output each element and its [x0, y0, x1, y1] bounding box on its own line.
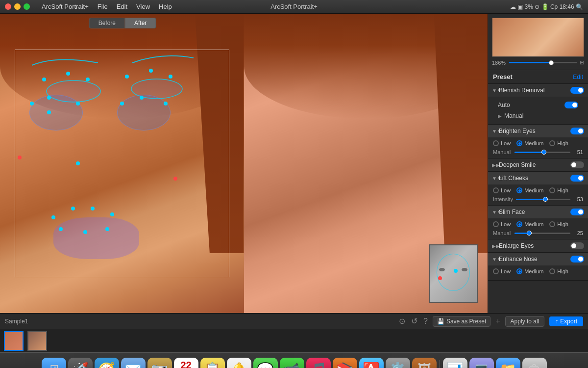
zoom-slider[interactable] — [509, 62, 577, 63]
after-tab[interactable]: After — [125, 18, 156, 28]
filmstrip-item-0[interactable] — [4, 331, 24, 351]
dock-photos3[interactable]: 📷 — [147, 358, 172, 368]
menu-view[interactable]: View — [132, 2, 154, 11]
effect-content-enhance-nose: Low Medium High — [488, 265, 588, 280]
blemish-manual-item[interactable]: ▶ Manual — [493, 110, 583, 121]
dock-safari[interactable]: 🧭 — [95, 358, 119, 368]
toggle-brighten[interactable] — [570, 128, 584, 134]
lift-slider[interactable] — [516, 199, 570, 200]
brighten-slider[interactable] — [514, 152, 570, 153]
filmstrip-item-1[interactable] — [27, 331, 47, 351]
dock: 🖥 🚀 🧭 ✉️ 📷 22OKT 📋 🔔 💬 📹 🎵 📚 🅰️ ⚙️ 🖼 — [0, 352, 588, 368]
toggle-blemish[interactable] — [570, 87, 584, 94]
refresh-icon[interactable]: ↺ — [411, 316, 417, 326]
effect-header-deepen[interactable]: ▶ Deepen Smile — [488, 158, 588, 171]
chevron-enlarge: ▶ — [492, 243, 497, 248]
blemish-auto-toggle[interactable] — [564, 102, 578, 108]
effect-name-blemish: Blemish Removal — [499, 87, 570, 94]
radio-lift-high[interactable]: High — [549, 187, 568, 193]
effect-header-lift[interactable]: ▼ Lift Cheeks — [488, 172, 588, 184]
dock-appstore[interactable]: 🅰️ — [359, 358, 384, 368]
arrow-right-icon: ▶ — [498, 113, 502, 119]
dock-facetime[interactable]: 📹 — [280, 358, 304, 368]
help-icon[interactable]: ? — [423, 317, 428, 326]
share-icon[interactable]: ⊙ — [399, 316, 405, 326]
radio-dot-lift-high — [549, 187, 555, 193]
radio-slim-high[interactable]: High — [549, 221, 568, 227]
slim-slider[interactable] — [514, 233, 570, 234]
dock-music[interactable]: 🎵 — [306, 358, 331, 368]
blemish-manual-label: Manual — [504, 112, 523, 119]
effect-group-deepen: ▶ Deepen Smile — [488, 158, 588, 172]
window-title: ArcSoft Portrait+ — [270, 3, 318, 10]
close-button[interactable] — [5, 3, 11, 10]
radio-lift-medium[interactable]: Medium — [516, 187, 543, 193]
radio-brighten-low[interactable]: Low — [493, 140, 511, 146]
dock-reminders[interactable]: 🔔 — [227, 358, 251, 368]
radio-nose-high[interactable]: High — [549, 268, 568, 274]
menu-file[interactable]: File — [94, 2, 112, 11]
effect-group-brighten: ▼ Brighten Eyes Low Medium Hig — [488, 125, 588, 158]
radio-brighten-medium[interactable]: Medium — [516, 140, 543, 146]
effect-name-enhance-nose: Enhance Nose — [499, 256, 570, 263]
enhance-nose-radio-group: Low Medium High — [493, 268, 583, 274]
right-panel: 186% ⊞ Preset Edit ▼ Blemish Removal — [488, 14, 588, 313]
dock-finder[interactable]: 🖥 — [42, 358, 66, 368]
minimize-button[interactable] — [14, 3, 21, 10]
radio-label-high: High — [557, 140, 568, 146]
radio-dot-high — [549, 140, 555, 146]
radio-nose-medium[interactable]: Medium — [516, 268, 543, 274]
toggle-slim[interactable] — [570, 209, 584, 215]
blemish-auto-item[interactable]: Auto — [493, 100, 583, 110]
dock-books[interactable]: 📚 — [333, 358, 357, 368]
dock-mail[interactable]: ✉️ — [121, 358, 146, 368]
save-preset-button[interactable]: 💾 Save as Preset — [433, 316, 490, 327]
before-tab[interactable]: Before — [89, 18, 125, 28]
radio-lift-low[interactable]: Low — [493, 187, 511, 193]
radio-dot-slim-low — [493, 221, 499, 227]
effect-header-slim[interactable]: ▼ Slim Face — [488, 206, 588, 218]
dock-finder2[interactable]: 📁 — [496, 358, 520, 368]
chevron-enhance-nose: ▼ — [492, 257, 497, 262]
system-status: ☁ ▣ 3% ⊙ 🔋 Cp 18:46 🔍 — [510, 3, 583, 10]
toggle-deepen[interactable] — [570, 161, 584, 168]
effect-header-enlarge[interactable]: ▶ Enlarge Eyes — [488, 239, 588, 252]
dock-activity[interactable]: 📊 — [443, 358, 467, 368]
dock-sysprefs[interactable]: ⚙️ — [386, 358, 410, 368]
menu-edit[interactable]: Edit — [113, 2, 131, 11]
radio-dot-nose-low — [493, 268, 499, 274]
radio-nose-low[interactable]: Low — [493, 268, 511, 274]
thumbnail-image — [492, 18, 584, 57]
effect-group-enhance-nose: ▼ Enhance Nose Low Medium High — [488, 253, 588, 281]
edit-button[interactable]: Edit — [573, 74, 583, 80]
radio-brighten-high[interactable]: High — [549, 140, 568, 146]
brighten-slider-value: 51 — [573, 149, 583, 155]
toggle-enlarge[interactable] — [570, 242, 584, 249]
before-after-tabs: Before After — [89, 18, 156, 28]
dock-sysinfo[interactable]: 💻 — [469, 358, 494, 368]
effect-name-slim: Slim Face — [499, 209, 570, 215]
dock-launchpad[interactable]: 🚀 — [68, 358, 93, 368]
dock-photos-viewer[interactable]: 🖼 — [412, 358, 437, 368]
toggle-enhance-nose[interactable] — [570, 256, 584, 263]
preset-header: Preset Edit — [488, 70, 588, 84]
menu-help[interactable]: Help — [155, 2, 176, 11]
apply-all-button[interactable]: Apply to all — [505, 316, 545, 327]
effect-header-enhance-nose[interactable]: ▼ Enhance Nose — [488, 253, 588, 265]
radio-label-medium: Medium — [524, 140, 543, 146]
brighten-slider-row: Manual 51 — [493, 149, 583, 155]
effect-header-brighten[interactable]: ▼ Brighten Eyes — [488, 125, 588, 137]
dock-calendar[interactable]: 22OKT — [174, 358, 198, 368]
dock-messages[interactable]: 💬 — [253, 358, 278, 368]
effect-header-blemish[interactable]: ▼ Blemish Removal — [488, 84, 588, 97]
dock-trash[interactable]: 🗑 — [522, 358, 547, 368]
radio-label-slim-medium: Medium — [524, 221, 543, 227]
dock-notes[interactable]: 📋 — [200, 358, 225, 368]
export-button[interactable]: ↑ Export — [549, 316, 583, 326]
radio-slim-medium[interactable]: Medium — [516, 221, 543, 227]
menu-app[interactable]: ArcSoft Portrait+ — [38, 2, 93, 11]
toggle-lift[interactable] — [570, 175, 584, 182]
radio-dot-slim-high — [549, 221, 555, 227]
maximize-button[interactable] — [24, 3, 30, 10]
radio-slim-low[interactable]: Low — [493, 221, 511, 227]
